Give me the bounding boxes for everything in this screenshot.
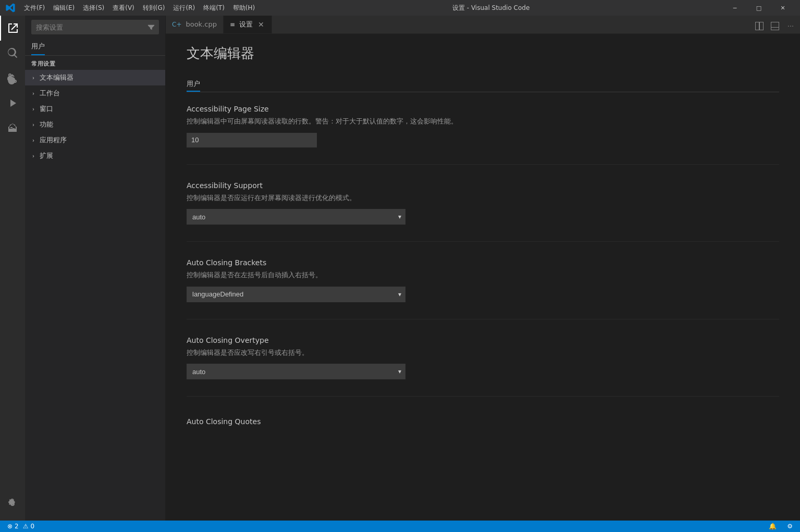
tree-section-header: 常用设置 bbox=[25, 58, 165, 70]
menu-goto[interactable]: 转到(G) bbox=[139, 0, 169, 16]
tree-item-features[interactable]: › 功能 bbox=[25, 117, 165, 132]
activity-search[interactable] bbox=[0, 41, 25, 66]
settings-tab-icon: ≡ bbox=[230, 21, 235, 28]
tab-close-button[interactable]: ✕ bbox=[257, 20, 265, 29]
activity-settings[interactable] bbox=[0, 491, 25, 516]
setting-group-accessibility-support: Accessibility Support 控制编辑器是否应运行在对屏幕阅读器进… bbox=[187, 181, 779, 242]
search-filter-button[interactable] bbox=[144, 20, 158, 34]
setting-title-accessibility-page-size: Accessibility Page Size bbox=[187, 105, 779, 113]
activity-extensions[interactable] bbox=[0, 116, 25, 141]
editor-tab-book[interactable]: C+ book.cpp bbox=[166, 16, 224, 33]
page-title: 文本编辑器 bbox=[187, 44, 779, 63]
activitybar bbox=[0, 16, 25, 521]
chevron-down-icon: › bbox=[29, 73, 38, 82]
chevron-right-icon: › bbox=[29, 89, 38, 97]
chevron-right-icon: › bbox=[29, 105, 38, 113]
settings-search-bar bbox=[25, 16, 165, 39]
tree-item-label: 功能 bbox=[40, 120, 161, 129]
settings-content-area: 文本编辑器 用户 Accessibility Page Size 控制编辑器中可… bbox=[166, 34, 800, 521]
tree-item-extensions[interactable]: › 扩展 bbox=[25, 148, 165, 164]
activity-source-control[interactable] bbox=[0, 66, 25, 91]
setting-group-auto-closing-quotes: Auto Closing Quotes bbox=[187, 413, 779, 426]
error-count-label: 2 bbox=[15, 523, 19, 530]
editor-tab-label: 设置 bbox=[239, 20, 253, 29]
search-input[interactable] bbox=[32, 23, 144, 31]
auto-closing-overtype-select[interactable]: always auto never bbox=[187, 364, 405, 379]
tree-item-label: 工作台 bbox=[40, 89, 161, 98]
split-editor-button[interactable] bbox=[752, 19, 767, 33]
titlebar-menu: 文件(F) 编辑(E) 选择(S) 查看(V) 转到(G) 运行(R) 终端(T… bbox=[20, 0, 259, 16]
setting-title-auto-closing-quotes: Auto Closing Quotes bbox=[187, 417, 779, 426]
tree-item-label: 窗口 bbox=[40, 104, 161, 114]
main-content: C+ book.cpp ≡ 设置 ✕ ··· bbox=[166, 16, 800, 521]
setting-group-accessibility-page-size: Accessibility Page Size 控制编辑器中可由屏幕阅读器读取的… bbox=[187, 105, 779, 165]
more-actions-button[interactable]: ··· bbox=[783, 19, 798, 33]
settings-tab-row: 用户 bbox=[187, 77, 779, 92]
file-icon: C+ bbox=[172, 21, 181, 28]
menu-terminal[interactable]: 终端(T) bbox=[199, 0, 229, 16]
chevron-right-icon: › bbox=[29, 152, 38, 160]
accessibility-support-select[interactable]: auto on off bbox=[187, 209, 405, 225]
user-tab-item[interactable]: 用户 bbox=[31, 39, 45, 55]
statusbar: ⊗ 2 ⚠ 0 🔔 ⚙ bbox=[0, 521, 800, 532]
window-controls: ─ □ ✕ bbox=[723, 0, 795, 16]
tree-item-label: 文本编辑器 bbox=[40, 73, 161, 82]
accessibility-page-size-input[interactable] bbox=[187, 133, 317, 147]
error-icon: ⊗ bbox=[7, 523, 13, 530]
setting-title-auto-closing-overtype: Auto Closing Overtype bbox=[187, 336, 779, 344]
setting-group-auto-closing-brackets: Auto Closing Brackets 控制编辑器是否在左括号后自动插入右括… bbox=[187, 258, 779, 319]
menu-run[interactable]: 运行(R) bbox=[169, 0, 199, 16]
setting-desc-auto-closing-brackets: 控制编辑器是否在左括号后自动插入右括号。 bbox=[187, 270, 779, 280]
settings-tree: 常用设置 › 文本编辑器 › 工作台 › 窗口 › 功能 › 应用程序 bbox=[25, 56, 165, 521]
titlebar: 文件(F) 编辑(E) 选择(S) 查看(V) 转到(G) 运行(R) 终端(T… bbox=[0, 0, 800, 16]
tree-item-label: 应用程序 bbox=[40, 135, 161, 145]
auto-closing-brackets-select-container: always languageDefined beforeWhitespace … bbox=[187, 287, 405, 302]
gear-icon: ⚙ bbox=[787, 523, 793, 530]
auto-closing-brackets-select[interactable]: always languageDefined beforeWhitespace … bbox=[187, 287, 405, 302]
vscode-logo bbox=[5, 3, 16, 13]
menu-view[interactable]: 查看(V) bbox=[108, 0, 139, 16]
tree-item-label: 扩展 bbox=[40, 151, 161, 160]
settings-sidebar: 用户 常用设置 › 文本编辑器 › 工作台 › 窗口 › 功能 › 应 bbox=[25, 16, 166, 521]
menu-help[interactable]: 帮助(H) bbox=[229, 0, 259, 16]
menu-edit[interactable]: 编辑(E) bbox=[49, 0, 79, 16]
app-body: 用户 常用设置 › 文本编辑器 › 工作台 › 窗口 › 功能 › 应 bbox=[0, 16, 800, 521]
auto-closing-overtype-select-container: always auto never ▾ bbox=[187, 364, 405, 379]
tree-item-application[interactable]: › 应用程序 bbox=[25, 132, 165, 148]
editor-tabs: C+ book.cpp ≡ 设置 ✕ ··· bbox=[166, 16, 800, 34]
menu-file[interactable]: 文件(F) bbox=[20, 0, 49, 16]
toggle-panel-button[interactable] bbox=[768, 19, 782, 33]
warning-count-label: 0 bbox=[30, 523, 34, 530]
bell-icon: 🔔 bbox=[769, 523, 777, 530]
minimize-button[interactable]: ─ bbox=[723, 0, 747, 16]
notification-bell[interactable]: 🔔 bbox=[766, 521, 780, 532]
chevron-right-icon: › bbox=[29, 120, 38, 129]
tree-item-window[interactable]: › 窗口 bbox=[25, 101, 165, 117]
menu-select[interactable]: 选择(S) bbox=[79, 0, 108, 16]
setting-desc-accessibility-support: 控制编辑器是否应运行在对屏幕阅读器进行优化的模式。 bbox=[187, 193, 779, 203]
manage-button[interactable]: ⚙ bbox=[784, 521, 796, 532]
settings-user-tab-label[interactable]: 用户 bbox=[187, 77, 200, 92]
accessibility-support-select-container: auto on off ▾ bbox=[187, 209, 405, 225]
chevron-right-icon: › bbox=[29, 136, 38, 144]
window-title: 设置 - Visual Studio Code bbox=[259, 4, 723, 13]
settings-user-tab: 用户 bbox=[25, 39, 165, 56]
error-count[interactable]: ⊗ 2 ⚠ 0 bbox=[4, 521, 38, 532]
maximize-button[interactable]: □ bbox=[747, 0, 771, 16]
activity-run[interactable] bbox=[0, 91, 25, 116]
warning-icon: ⚠ bbox=[23, 523, 29, 530]
setting-desc-accessibility-page-size: 控制编辑器中可由屏幕阅读器读取的行数。警告：对于大于默认值的数字，这会影响性能。 bbox=[187, 116, 779, 127]
setting-desc-auto-closing-overtype: 控制编辑器是否应改写右引号或右括号。 bbox=[187, 348, 779, 358]
close-button[interactable]: ✕ bbox=[771, 0, 795, 16]
setting-title-accessibility-support: Accessibility Support bbox=[187, 181, 779, 190]
editor-tab-label: book.cpp bbox=[186, 20, 216, 28]
tab-actions: ··· bbox=[750, 19, 800, 33]
setting-title-auto-closing-brackets: Auto Closing Brackets bbox=[187, 258, 779, 267]
editor-tab-settings[interactable]: ≡ 设置 ✕ bbox=[224, 16, 272, 33]
setting-group-auto-closing-overtype: Auto Closing Overtype 控制编辑器是否应改写右引号或右括号。… bbox=[187, 336, 779, 397]
search-input-container[interactable] bbox=[31, 20, 159, 34]
tree-item-text-editor[interactable]: › 文本编辑器 bbox=[25, 70, 165, 85]
activity-explorer[interactable] bbox=[0, 16, 25, 41]
tree-item-workbench[interactable]: › 工作台 bbox=[25, 85, 165, 101]
